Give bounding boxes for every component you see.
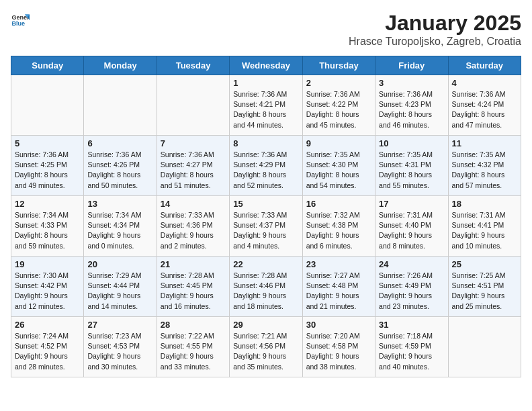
day-number: 1: [233, 78, 298, 88]
day-info: Sunrise: 7:35 AMSunset: 4:30 PMDaylight:…: [306, 150, 371, 191]
day-number: 21: [161, 259, 226, 269]
calendar-cell: 3Sunrise: 7:36 AMSunset: 4:23 PMDaylight…: [375, 75, 448, 136]
calendar-cell: 14Sunrise: 7:33 AMSunset: 4:36 PMDayligh…: [157, 196, 229, 257]
calendar-cell: [157, 75, 229, 136]
calendar-cell: 19Sunrise: 7:30 AMSunset: 4:42 PMDayligh…: [11, 257, 84, 317]
day-number: 17: [379, 199, 444, 209]
week-row-1: 1Sunrise: 7:36 AMSunset: 4:21 PMDaylight…: [11, 75, 521, 136]
calendar-cell: 29Sunrise: 7:21 AMSunset: 4:56 PMDayligh…: [230, 317, 302, 377]
day-info: Sunrise: 7:34 AMSunset: 4:34 PMDaylight:…: [87, 210, 152, 251]
day-number: 6: [87, 138, 152, 148]
day-number: 27: [87, 320, 152, 330]
day-info: Sunrise: 7:21 AMSunset: 4:56 PMDaylight:…: [233, 331, 298, 372]
day-info: Sunrise: 7:34 AMSunset: 4:33 PMDaylight:…: [15, 210, 80, 251]
day-info: Sunrise: 7:36 AMSunset: 4:26 PMDaylight:…: [87, 150, 152, 191]
day-info: Sunrise: 7:29 AMSunset: 4:44 PMDaylight:…: [87, 271, 152, 312]
header-day-tuesday: Tuesday: [157, 56, 229, 75]
calendar-cell: 10Sunrise: 7:35 AMSunset: 4:31 PMDayligh…: [375, 136, 448, 196]
calendar-cell: [448, 317, 521, 377]
calendar-cell: 22Sunrise: 7:28 AMSunset: 4:46 PMDayligh…: [230, 257, 302, 317]
day-number: 23: [306, 259, 371, 269]
calendar-cell: 20Sunrise: 7:29 AMSunset: 4:44 PMDayligh…: [84, 257, 157, 317]
header-day-wednesday: Wednesday: [230, 56, 302, 75]
calendar-cell: 4Sunrise: 7:36 AMSunset: 4:24 PMDaylight…: [448, 75, 521, 136]
day-info: Sunrise: 7:36 AMSunset: 4:24 PMDaylight:…: [452, 89, 517, 130]
day-info: Sunrise: 7:31 AMSunset: 4:40 PMDaylight:…: [379, 210, 444, 251]
week-row-4: 19Sunrise: 7:30 AMSunset: 4:42 PMDayligh…: [11, 257, 521, 317]
calendar-cell: 26Sunrise: 7:24 AMSunset: 4:52 PMDayligh…: [11, 317, 84, 377]
day-info: Sunrise: 7:35 AMSunset: 4:32 PMDaylight:…: [452, 150, 517, 191]
calendar-cell: 16Sunrise: 7:32 AMSunset: 4:38 PMDayligh…: [302, 196, 375, 257]
calendar-cell: 21Sunrise: 7:28 AMSunset: 4:45 PMDayligh…: [157, 257, 229, 317]
header-day-friday: Friday: [375, 56, 448, 75]
day-number: 18: [452, 199, 517, 209]
day-info: Sunrise: 7:24 AMSunset: 4:52 PMDaylight:…: [15, 331, 80, 372]
day-info: Sunrise: 7:18 AMSunset: 4:59 PMDaylight:…: [379, 331, 444, 372]
day-number: 29: [233, 320, 298, 330]
day-number: 11: [452, 138, 517, 148]
day-number: 25: [452, 259, 517, 269]
header-day-thursday: Thursday: [302, 56, 375, 75]
day-number: 7: [161, 138, 226, 148]
day-number: 4: [452, 78, 517, 88]
day-number: 20: [87, 259, 152, 269]
day-number: 5: [15, 138, 80, 148]
day-number: 15: [233, 199, 298, 209]
day-info: Sunrise: 7:36 AMSunset: 4:22 PMDaylight:…: [306, 89, 371, 130]
calendar-cell: 17Sunrise: 7:31 AMSunset: 4:40 PMDayligh…: [375, 196, 448, 257]
calendar-cell: 31Sunrise: 7:18 AMSunset: 4:59 PMDayligh…: [375, 317, 448, 377]
calendar-cell: 28Sunrise: 7:22 AMSunset: 4:55 PMDayligh…: [157, 317, 229, 377]
logo: General Blue: [11, 11, 30, 30]
day-number: 28: [161, 320, 226, 330]
day-number: 2: [306, 78, 371, 88]
header-day-monday: Monday: [84, 56, 157, 75]
calendar-cell: 23Sunrise: 7:27 AMSunset: 4:48 PMDayligh…: [302, 257, 375, 317]
day-number: 26: [15, 320, 80, 330]
calendar-cell: 15Sunrise: 7:33 AMSunset: 4:37 PMDayligh…: [230, 196, 302, 257]
logo-icon: General Blue: [11, 11, 30, 30]
day-number: 8: [233, 138, 298, 148]
svg-text:Blue: Blue: [11, 20, 25, 27]
day-number: 14: [161, 199, 226, 209]
day-info: Sunrise: 7:30 AMSunset: 4:42 PMDaylight:…: [15, 271, 80, 312]
calendar-cell: 9Sunrise: 7:35 AMSunset: 4:30 PMDaylight…: [302, 136, 375, 196]
day-info: Sunrise: 7:35 AMSunset: 4:31 PMDaylight:…: [379, 150, 444, 191]
day-info: Sunrise: 7:28 AMSunset: 4:45 PMDaylight:…: [161, 271, 226, 312]
day-info: Sunrise: 7:33 AMSunset: 4:37 PMDaylight:…: [233, 210, 298, 251]
day-info: Sunrise: 7:36 AMSunset: 4:23 PMDaylight:…: [379, 89, 444, 130]
day-info: Sunrise: 7:33 AMSunset: 4:36 PMDaylight:…: [161, 210, 226, 251]
week-row-2: 5Sunrise: 7:36 AMSunset: 4:25 PMDaylight…: [11, 136, 521, 196]
header-row: SundayMondayTuesdayWednesdayThursdayFrid…: [11, 56, 521, 75]
calendar-cell: 11Sunrise: 7:35 AMSunset: 4:32 PMDayligh…: [448, 136, 521, 196]
calendar-cell: 25Sunrise: 7:25 AMSunset: 4:51 PMDayligh…: [448, 257, 521, 317]
calendar-cell: 2Sunrise: 7:36 AMSunset: 4:22 PMDaylight…: [302, 75, 375, 136]
day-number: 22: [233, 259, 298, 269]
day-info: Sunrise: 7:28 AMSunset: 4:46 PMDaylight:…: [233, 271, 298, 312]
day-info: Sunrise: 7:20 AMSunset: 4:58 PMDaylight:…: [306, 331, 371, 372]
calendar-cell: 8Sunrise: 7:36 AMSunset: 4:29 PMDaylight…: [230, 136, 302, 196]
calendar-cell: 12Sunrise: 7:34 AMSunset: 4:33 PMDayligh…: [11, 196, 84, 257]
calendar-cell: 13Sunrise: 7:34 AMSunset: 4:34 PMDayligh…: [84, 196, 157, 257]
day-number: 9: [306, 138, 371, 148]
page-subtitle: Hrasce Turopoljsko, Zagreb, Croatia: [349, 36, 521, 48]
calendar-cell: 24Sunrise: 7:26 AMSunset: 4:49 PMDayligh…: [375, 257, 448, 317]
header-day-sunday: Sunday: [11, 56, 84, 75]
day-info: Sunrise: 7:26 AMSunset: 4:49 PMDaylight:…: [379, 271, 444, 312]
day-number: 24: [379, 259, 444, 269]
day-number: 31: [379, 320, 444, 330]
calendar-table: SundayMondayTuesdayWednesdayThursdayFrid…: [11, 56, 521, 377]
calendar-cell: [84, 75, 157, 136]
calendar-cell: 1Sunrise: 7:36 AMSunset: 4:21 PMDaylight…: [230, 75, 302, 136]
day-info: Sunrise: 7:31 AMSunset: 4:41 PMDaylight:…: [452, 210, 517, 251]
day-info: Sunrise: 7:32 AMSunset: 4:38 PMDaylight:…: [306, 210, 371, 251]
header: General Blue January 2025 Hrasce Turopol…: [11, 11, 521, 48]
day-number: 13: [87, 199, 152, 209]
title-area: January 2025 Hrasce Turopoljsko, Zagreb,…: [349, 11, 521, 48]
day-info: Sunrise: 7:27 AMSunset: 4:48 PMDaylight:…: [306, 271, 371, 312]
calendar-cell: [11, 75, 84, 136]
day-number: 16: [306, 199, 371, 209]
day-number: 19: [15, 259, 80, 269]
calendar-cell: 5Sunrise: 7:36 AMSunset: 4:25 PMDaylight…: [11, 136, 84, 196]
day-info: Sunrise: 7:36 AMSunset: 4:25 PMDaylight:…: [15, 150, 80, 191]
day-info: Sunrise: 7:25 AMSunset: 4:51 PMDaylight:…: [452, 271, 517, 312]
